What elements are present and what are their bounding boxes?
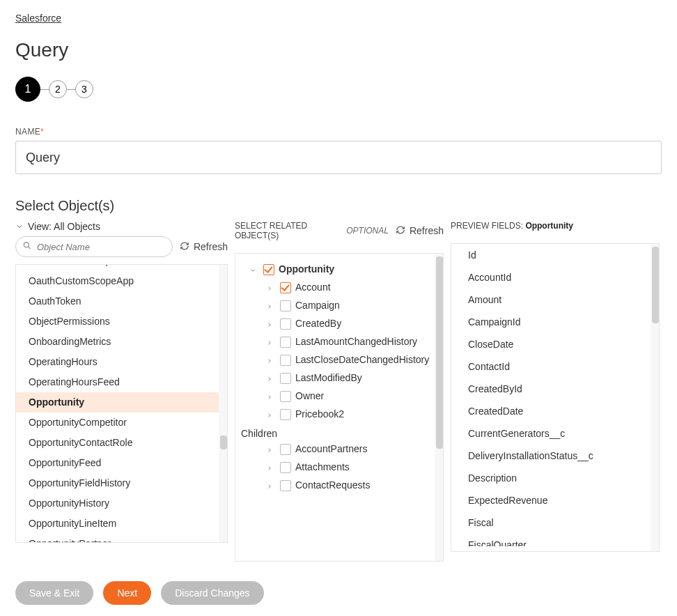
object-item[interactable]: OauthToken: [16, 291, 219, 311]
refresh-objects-button[interactable]: Refresh: [180, 241, 228, 253]
preview-object-name: Opportunity: [525, 221, 573, 231]
object-item[interactable]: OpportunityContactRole: [16, 433, 219, 453]
tree-node-label[interactable]: Owner: [295, 390, 324, 401]
discard-button[interactable]: Discard Changes: [161, 581, 263, 605]
step-line: [40, 89, 49, 90]
name-input[interactable]: [15, 141, 662, 174]
object-item[interactable]: ObjectPermissions: [16, 311, 219, 332]
checkbox[interactable]: [280, 337, 291, 348]
tree-node-label[interactable]: Pricebook2: [295, 408, 344, 419]
preview-field: ExpectedRevenue: [451, 489, 659, 511]
svg-point-0: [24, 242, 29, 247]
object-item[interactable]: OauthCustomScopeApp: [16, 271, 219, 291]
scrollbar[interactable]: [435, 254, 443, 561]
chevron-right-icon[interactable]: [266, 319, 276, 330]
checkbox[interactable]: [280, 444, 291, 455]
children-label: Children: [240, 424, 439, 440]
object-item[interactable]: OperatingHoursFeed: [16, 372, 219, 392]
step-2[interactable]: 2: [49, 80, 67, 98]
tree-node-label[interactable]: LastAmountChangedHistory: [295, 336, 417, 347]
preview-field: Id: [451, 244, 659, 266]
tree-node-label[interactable]: ContactRequests: [295, 479, 370, 491]
chevron-right-icon[interactable]: [266, 301, 276, 312]
next-button[interactable]: Next: [103, 581, 151, 605]
search-input[interactable]: [15, 236, 173, 257]
tree-node-label[interactable]: LastCloseDateChangedHistory: [295, 354, 429, 365]
step-1[interactable]: 1: [15, 77, 40, 102]
svg-line-1: [29, 247, 31, 249]
chevron-right-icon[interactable]: [266, 445, 276, 456]
tree-node-label[interactable]: Attachments: [295, 461, 350, 472]
chevron-down-icon[interactable]: [249, 265, 259, 276]
search-icon: [22, 241, 32, 253]
checkbox[interactable]: [280, 300, 291, 311]
checkbox[interactable]: [280, 462, 291, 473]
object-item[interactable]: OauthCustomScope: [16, 265, 219, 271]
tree-node-label[interactable]: Opportunity: [279, 263, 334, 275]
chevron-right-icon[interactable]: [266, 392, 276, 403]
view-selector[interactable]: View: All Objects: [15, 221, 228, 232]
chevron-right-icon[interactable]: [266, 337, 276, 348]
tree-node-label[interactable]: Campaign: [295, 300, 340, 311]
tree-node-label[interactable]: LastModifiedBy: [295, 372, 362, 383]
chevron-right-icon[interactable]: [266, 463, 276, 474]
object-item[interactable]: OperatingHours: [16, 352, 219, 372]
object-item[interactable]: OpportunityHistory: [16, 493, 219, 514]
tree-node-label[interactable]: CreatedBy: [295, 318, 341, 329]
object-item[interactable]: OpportunityLineItem: [16, 514, 219, 534]
preview-field: AccountId: [451, 266, 659, 288]
object-item[interactable]: OpportunityPartner: [16, 534, 219, 542]
preview-field: CurrentGenerators__c: [451, 422, 659, 445]
optional-label: OPTIONAL: [346, 226, 389, 236]
object-item[interactable]: OpportunityFieldHistory: [16, 473, 219, 493]
scrollbar-thumb[interactable]: [652, 247, 659, 323]
scrollbar[interactable]: [219, 265, 227, 542]
scrollbar[interactable]: [651, 244, 659, 551]
scrollbar-thumb[interactable]: [436, 256, 443, 449]
checkbox[interactable]: [280, 480, 291, 491]
object-item[interactable]: OpportunityCompetitor: [16, 413, 219, 433]
checkbox[interactable]: [280, 391, 291, 402]
refresh-related-button[interactable]: Refresh: [396, 225, 444, 237]
object-item[interactable]: OnboardingMetrics: [16, 332, 219, 352]
tree-node-label[interactable]: AccountPartners: [295, 443, 368, 454]
footer: Save & Exit Next Discard Changes: [0, 570, 677, 616]
preview-field: Amount: [451, 288, 659, 311]
save-exit-button[interactable]: Save & Exit: [15, 581, 93, 605]
refresh-label: Refresh: [410, 225, 444, 236]
preview-field: CloseDate: [451, 333, 659, 355]
checkbox[interactable]: [280, 318, 291, 330]
object-item[interactable]: OpportunityFeed: [16, 453, 219, 473]
preview-field: Fiscal: [451, 511, 659, 534]
checkbox[interactable]: [280, 282, 291, 293]
chevron-right-icon[interactable]: [266, 481, 276, 492]
preview-field: CreatedDate: [451, 400, 659, 422]
checkbox[interactable]: [263, 264, 274, 275]
step-3[interactable]: 3: [75, 80, 93, 98]
refresh-icon: [396, 225, 405, 237]
refresh-label: Refresh: [194, 241, 228, 252]
checkbox[interactable]: [280, 355, 291, 366]
preview-field: Description: [451, 467, 659, 489]
preview-fields-panel: IdAccountIdAmountCampaignIdCloseDateCont…: [451, 243, 660, 552]
chevron-down-icon: [15, 222, 24, 231]
chevron-right-icon[interactable]: [266, 410, 276, 421]
related-tree-panel: OpportunityAccountCampaignCreatedByLastA…: [235, 253, 444, 562]
breadcrumb[interactable]: Salesforce: [15, 13, 61, 24]
preview-field: CampaignId: [451, 311, 659, 333]
checkbox[interactable]: [280, 409, 291, 420]
tree-node-label[interactable]: Account: [295, 282, 331, 293]
scrollbar-thumb[interactable]: [220, 436, 227, 449]
checkbox[interactable]: [280, 373, 291, 384]
object-item[interactable]: Opportunity: [16, 392, 219, 413]
refresh-icon: [180, 241, 189, 253]
preview-header: PREVIEW FIELDS:: [451, 221, 523, 231]
chevron-right-icon[interactable]: [266, 355, 276, 367]
view-label: View: All Objects: [28, 221, 100, 232]
chevron-right-icon[interactable]: [266, 374, 276, 385]
select-objects-title: Select Object(s): [15, 198, 662, 214]
step-line: [67, 89, 75, 90]
object-list-panel: OauthCustomScopeOauthCustomScopeAppOauth…: [15, 264, 228, 543]
related-header: SELECT RELATED OBJECT(S): [235, 221, 339, 240]
chevron-right-icon[interactable]: [266, 283, 276, 294]
